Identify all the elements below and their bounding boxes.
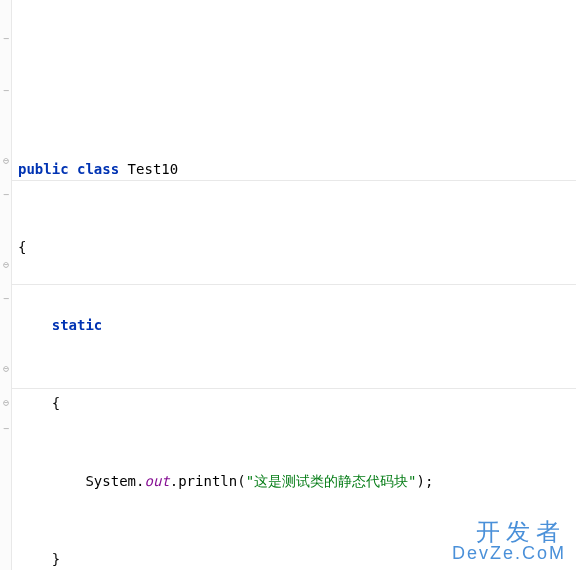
code-line[interactable]: }	[18, 546, 576, 570]
method: println	[178, 473, 237, 489]
fold-icon[interactable]: −	[0, 33, 12, 45]
fold-icon[interactable]: −	[0, 293, 12, 305]
keyword: class	[77, 161, 119, 177]
code-area[interactable]: public class Test10 { static { System.ou…	[12, 0, 576, 570]
field: out	[144, 473, 169, 489]
code-line[interactable]: {	[18, 390, 576, 416]
code-line[interactable]: static	[18, 312, 576, 338]
fold-icon[interactable]: −	[0, 85, 12, 97]
code-line[interactable]: {	[18, 234, 576, 260]
identifier: System	[85, 473, 136, 489]
fold-icon[interactable]: ⊖	[0, 397, 12, 409]
code-editor[interactable]: − − ⊖ − ⊖ − ⊖ ⊖ − public class Test10 { …	[0, 0, 576, 570]
code-line[interactable]: System.out.println("这是测试类的静态代码块");	[18, 468, 576, 494]
fold-icon[interactable]: −	[0, 423, 12, 435]
code-line[interactable]: public class Test10	[18, 156, 576, 182]
string-literal: "这是测试类的静态代码块"	[246, 473, 417, 489]
fold-icon[interactable]: ⊖	[0, 259, 12, 271]
editor-gutter: − − ⊖ − ⊖ − ⊖ ⊖ −	[0, 0, 12, 570]
fold-icon[interactable]: ⊖	[0, 155, 12, 167]
fold-icon[interactable]: ⊖	[0, 363, 12, 375]
class-name: Test10	[128, 161, 179, 177]
fold-icon[interactable]: −	[0, 189, 12, 201]
keyword: static	[52, 317, 103, 333]
keyword: public	[18, 161, 69, 177]
